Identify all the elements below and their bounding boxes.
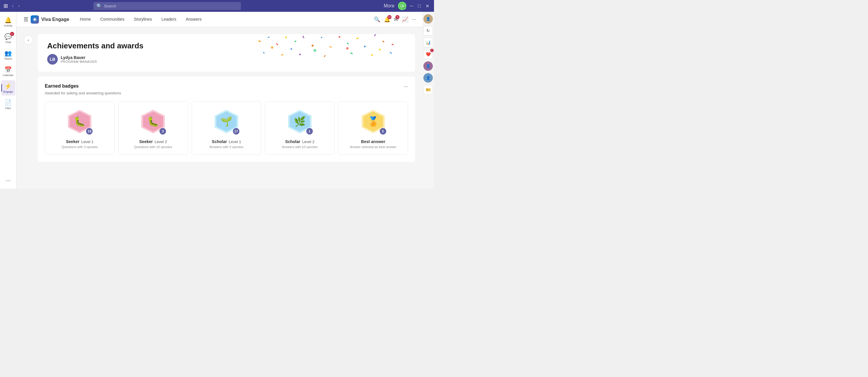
badge-best-answer: 🏅 5 Best answer Answer selected as best …: [338, 101, 408, 155]
right-panel-refresh[interactable]: ↻: [423, 26, 433, 35]
badge-seeker-1: 🐛 19 Seeker Level 1 Questions with 3 upv…: [45, 101, 115, 155]
sidebar-item-label: Calender: [3, 74, 13, 77]
right-panel-heart[interactable]: ❤️ 1: [423, 50, 433, 59]
user-avatar: LB: [47, 54, 58, 65]
badge-icon-container: 🐛 3: [139, 107, 167, 136]
sidebar: 🔔 Activity 💬 Chat 1 👥 Teams 📅 Calender ⚡…: [0, 12, 17, 188]
main-content: Achievements and awards LB Lydya Bauer P…: [38, 34, 415, 181]
badge-cards: 🐛 19 Seeker Level 1 Questions with 3 upv…: [45, 101, 408, 155]
svg-rect-8: [321, 36, 322, 38]
main-panel: ☰ Viva Engage Home Communities Storyline…: [17, 12, 422, 188]
svg-rect-28: [390, 52, 392, 54]
notifications-button[interactable]: 🔔 12: [384, 16, 390, 23]
more-button[interactable]: More: [383, 2, 396, 10]
badge-name: Scholar: [212, 139, 227, 144]
badge-icon-container: 🌿 1: [286, 107, 314, 136]
badge-name: Seeker: [139, 139, 153, 144]
badges-subtitle: Awarded for asking and answering questio…: [45, 91, 408, 95]
window-controls: More LB ─ □ ✕: [383, 2, 431, 10]
badge-description: Questions with 10 upvotes: [134, 145, 172, 149]
svg-rect-12: [356, 37, 359, 39]
forward-nav-button[interactable]: ›: [17, 2, 22, 9]
badge-scholar-2: 🌿 1 Scholar Level 2 Answers with 10 upvo…: [265, 101, 335, 155]
svg-rect-2: [268, 36, 270, 38]
maximize-button[interactable]: □: [416, 2, 422, 10]
analytics-button[interactable]: 📈: [402, 16, 408, 23]
confetti-decoration: [256, 34, 403, 72]
badge-icon-container: 🏅 5: [359, 107, 388, 136]
nav-leaders[interactable]: Leaders: [157, 12, 181, 27]
badges-section: Earned badges ··· Awarded for asking and…: [38, 77, 415, 162]
badge-description: Questions with 3 upvotes: [62, 145, 98, 149]
search-bar[interactable]: 🔍: [93, 2, 241, 10]
badge-level: Level 2: [154, 140, 167, 144]
search-button[interactable]: 🔍: [374, 16, 380, 23]
user-info: LB Lydya Bauer PROGRAM MANAGER: [47, 54, 406, 65]
right-panel-avatar-1[interactable]: 👤: [423, 14, 433, 24]
search-input[interactable]: [104, 4, 238, 8]
badges-more-button[interactable]: ···: [404, 84, 408, 90]
badge-icon-container: 🐛 19: [65, 107, 94, 136]
sidebar-item-activity[interactable]: 🔔 Activity: [1, 14, 16, 29]
messages-button[interactable]: ✉ 5: [394, 16, 398, 23]
sidebar-item-label: Files: [5, 107, 11, 110]
page-content: ‹ Achievements and awards LB Lydya Bauer…: [17, 27, 422, 188]
svg-rect-22: [263, 52, 265, 54]
app-layout: 🔔 Activity 💬 Chat 1 👥 Teams 📅 Calender ⚡…: [0, 12, 434, 188]
sidebar-item-files[interactable]: 📄 Files: [1, 97, 16, 112]
messages-badge: 5: [395, 15, 400, 19]
page-title: Achievements and awards: [47, 41, 406, 51]
sidebar-item-label: Chat: [5, 41, 11, 44]
badge-description: Answer selected as best answer: [350, 145, 397, 149]
badge-level: Level 2: [302, 140, 315, 144]
svg-rect-14: [374, 34, 376, 36]
hamburger-button[interactable]: ☰: [22, 15, 30, 24]
badge-level: Level 1: [81, 140, 93, 144]
badge-name-level: Scholar Level 2: [285, 139, 314, 144]
badge-name: Seeker: [66, 139, 79, 144]
user-job-title: PROGRAM MANAGER: [61, 60, 97, 63]
right-panel-avatar-2[interactable]: 👤: [423, 61, 433, 71]
nav-communities[interactable]: Communities: [96, 12, 129, 27]
nav-storylines[interactable]: Storylines: [129, 12, 157, 27]
sidebar-item-label: Activity: [4, 24, 12, 27]
badge-description: Answers with 10 upvotes: [282, 145, 318, 149]
back-nav-button[interactable]: ‹: [10, 2, 16, 9]
app-logo: Viva Engage: [31, 15, 69, 24]
chat-badge: 1: [10, 32, 14, 36]
svg-rect-6: [302, 36, 304, 38]
right-panel-ticket[interactable]: 🎫: [423, 85, 433, 94]
nav-buttons: ‹ ›: [10, 2, 21, 9]
online-indicator: [404, 7, 406, 10]
badge-description: Answers with 3 upvotes: [209, 145, 244, 149]
sidebar-more-button[interactable]: ···: [1, 175, 16, 186]
user-details: Lydya Bauer PROGRAM MANAGER: [61, 55, 97, 63]
sidebar-item-engage[interactable]: ⚡ Engage: [1, 80, 16, 95]
sidebar-item-calendar[interactable]: 📅 Calender: [1, 64, 16, 79]
nav-answers[interactable]: Answers: [181, 12, 206, 27]
close-button[interactable]: ✕: [424, 2, 431, 10]
more-options-button[interactable]: ···: [412, 16, 416, 22]
nav-home[interactable]: Home: [75, 12, 96, 27]
user-avatar[interactable]: LB: [398, 2, 406, 10]
heart-badge: 1: [430, 49, 434, 52]
badges-header: Earned badges ···: [45, 84, 408, 90]
more-icon: ···: [6, 177, 11, 184]
badge-count: 17: [233, 128, 239, 135]
badge-icon-container: 🌱 17: [212, 107, 241, 136]
badge-count: 1: [306, 128, 313, 135]
teams-icon: 👥: [4, 50, 12, 57]
back-button[interactable]: ‹: [24, 35, 33, 45]
right-panel-chart[interactable]: 📊: [423, 38, 433, 47]
notifications-badge: 12: [388, 15, 392, 19]
svg-rect-4: [285, 36, 287, 38]
right-panel-avatar-3[interactable]: 👤: [423, 73, 433, 83]
svg-rect-10: [338, 36, 341, 37]
search-icon: 🔍: [96, 3, 102, 9]
sidebar-item-teams[interactable]: 👥 Teams: [1, 47, 16, 62]
sidebar-item-chat[interactable]: 💬 Chat 1: [1, 31, 16, 46]
badge-name-level: Seeker Level 1: [66, 139, 93, 144]
badge-count: 3: [159, 128, 166, 135]
top-nav: ☰ Viva Engage Home Communities Storyline…: [17, 12, 422, 27]
minimize-button[interactable]: ─: [409, 2, 414, 10]
